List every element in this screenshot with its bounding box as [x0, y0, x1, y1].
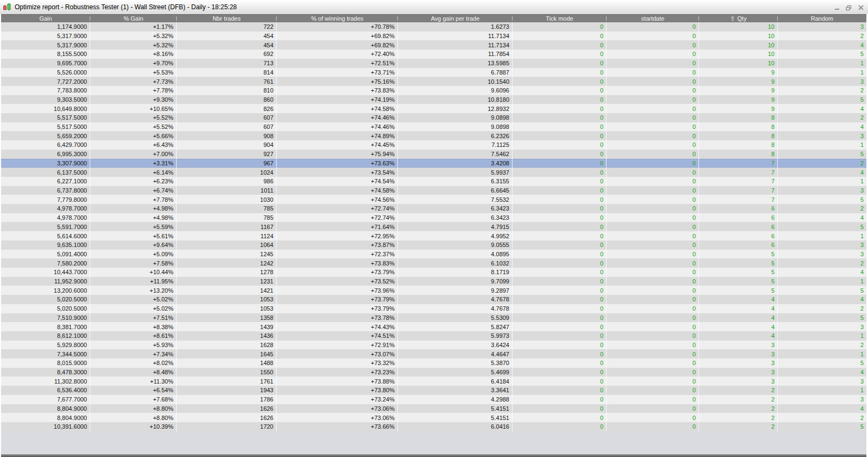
cell-avg-gain[interactable]: 6.2326	[398, 131, 513, 140]
cell-startdate[interactable]: 0	[607, 150, 699, 159]
cell-nbr-trades[interactable]: 860	[177, 95, 277, 104]
cell-pct-winning[interactable]: +72.95%	[277, 231, 398, 240]
cell-gain[interactable]: 5,091.4000	[1, 250, 90, 259]
cell-startdate[interactable]: 0	[607, 268, 699, 277]
table-row[interactable]: 5,317.9000+5.32%454+69.82%11.713400102	[1, 32, 866, 41]
cell-random[interactable]: 2	[778, 113, 866, 122]
cell-pct-winning[interactable]: +73.52%	[277, 277, 398, 286]
cell-tick-mode[interactable]: 0	[513, 268, 607, 277]
cell-qty[interactable]: 3	[699, 349, 778, 359]
cell-pct-gain[interactable]: +6.74%	[90, 186, 177, 195]
cell-random[interactable]: 3	[778, 240, 866, 250]
cell-random[interactable]: 2	[778, 159, 866, 168]
cell-pct-gain[interactable]: +5.32%	[90, 32, 177, 41]
table-row[interactable]: 8,612.1000+8.61%1436+74.51%5.99730041	[1, 331, 866, 341]
cell-startdate[interactable]: 0	[607, 68, 699, 77]
cell-startdate[interactable]: 0	[607, 95, 699, 104]
table-row[interactable]: 3,307.9000+3.31%967+73.63%3.42080072	[1, 159, 866, 168]
table-row[interactable]: 10,391.6000+10.39%1720+73.66%6.04160025	[1, 422, 866, 431]
cell-random[interactable]: 3	[778, 322, 866, 331]
cell-random[interactable]: 5	[778, 195, 866, 204]
cell-nbr-trades[interactable]: 1167	[177, 222, 277, 231]
table-row[interactable]: 7,727.2000+7.73%761+75.16%10.15400093	[1, 77, 866, 86]
cell-startdate[interactable]: 0	[607, 186, 699, 195]
cell-pct-gain[interactable]: +7.58%	[90, 258, 177, 268]
cell-gain[interactable]: 3,307.9000	[1, 159, 90, 168]
cell-qty[interactable]: 5	[699, 286, 778, 295]
cell-random[interactable]: 3	[778, 186, 866, 195]
cell-avg-gain[interactable]: 7.5532	[398, 195, 513, 204]
cell-random[interactable]: 1	[778, 386, 866, 395]
cell-pct-winning[interactable]: +73.79%	[277, 295, 398, 304]
cell-avg-gain[interactable]: 4.0895	[398, 250, 513, 259]
cell-pct-gain[interactable]: +9.30%	[90, 95, 177, 104]
cell-gain[interactable]: 7,344.5000	[1, 349, 90, 359]
cell-random[interactable]: 4	[778, 40, 866, 50]
cell-gain[interactable]: 8,804.9000	[1, 413, 90, 422]
cell-gain[interactable]: 8,015.9000	[1, 359, 90, 368]
cell-avg-gain[interactable]: 11.7134	[398, 40, 513, 50]
cell-random[interactable]: 3	[778, 77, 866, 86]
cell-nbr-trades[interactable]: 1358	[177, 313, 277, 323]
column-header-nbr-trades[interactable]: Nbr trades	[177, 15, 277, 22]
cell-nbr-trades[interactable]: 1231	[177, 277, 277, 286]
cell-random[interactable]: 4	[778, 122, 866, 132]
cell-startdate[interactable]: 0	[607, 250, 699, 259]
cell-avg-gain[interactable]: 5.3870	[398, 359, 513, 368]
cell-tick-mode[interactable]: 0	[513, 204, 607, 213]
cell-tick-mode[interactable]: 0	[513, 386, 607, 395]
cell-tick-mode[interactable]: 0	[513, 395, 607, 404]
cell-qty[interactable]: 2	[699, 422, 778, 431]
cell-tick-mode[interactable]: 0	[513, 322, 607, 331]
cell-gain[interactable]: 4,978.7000	[1, 213, 90, 223]
cell-startdate[interactable]: 0	[607, 386, 699, 395]
cell-avg-gain[interactable]: 6.7887	[398, 68, 513, 77]
cell-qty[interactable]: 6	[699, 204, 778, 213]
cell-nbr-trades[interactable]: 1550	[177, 368, 277, 377]
cell-qty[interactable]: 7	[699, 168, 778, 177]
cell-qty[interactable]: 5	[699, 250, 778, 259]
cell-tick-mode[interactable]: 0	[513, 240, 607, 250]
column-header-gain[interactable]: Gain	[1, 15, 90, 22]
column-header-avg-gain[interactable]: Avg gain per trade	[398, 15, 513, 22]
cell-tick-mode[interactable]: 0	[513, 376, 607, 386]
cell-avg-gain[interactable]: 6.4184	[398, 376, 513, 386]
cell-avg-gain[interactable]: 9.0898	[398, 113, 513, 122]
cell-avg-gain[interactable]: 5.9973	[398, 331, 513, 341]
cell-avg-gain[interactable]: 13.5985	[398, 59, 513, 68]
cell-startdate[interactable]: 0	[607, 349, 699, 359]
cell-pct-winning[interactable]: +73.78%	[277, 313, 398, 323]
cell-gain[interactable]: 8,804.9000	[1, 404, 90, 413]
cell-avg-gain[interactable]: 6.6645	[398, 186, 513, 195]
cell-pct-winning[interactable]: +72.40%	[277, 50, 398, 59]
cell-pct-winning[interactable]: +71.64%	[277, 222, 398, 231]
cell-pct-winning[interactable]: +73.83%	[277, 86, 398, 95]
cell-tick-mode[interactable]: 0	[513, 313, 607, 323]
cell-qty[interactable]: 7	[699, 177, 778, 186]
cell-pct-gain[interactable]: +3.31%	[90, 159, 177, 168]
cell-startdate[interactable]: 0	[607, 395, 699, 404]
table-row[interactable]: 5,929.8000+5.93%1628+72.91%3.64240032	[1, 341, 866, 350]
table-row[interactable]: 5,659.2000+5.66%908+74.89%6.23260083	[1, 131, 866, 140]
cell-tick-mode[interactable]: 0	[513, 77, 607, 86]
table-row[interactable]: 6,429.7000+6.43%904+74.45%7.11250081	[1, 140, 866, 150]
cell-pct-gain[interactable]: +5.32%	[90, 40, 177, 50]
cell-pct-winning[interactable]: +73.79%	[277, 304, 398, 313]
cell-gain[interactable]: 10,391.6000	[1, 422, 90, 431]
cell-tick-mode[interactable]: 0	[513, 331, 607, 341]
cell-nbr-trades[interactable]: 607	[177, 113, 277, 122]
cell-random[interactable]: 2	[778, 413, 866, 422]
cell-nbr-trades[interactable]: 785	[177, 204, 277, 213]
cell-pct-winning[interactable]: +74.43%	[277, 322, 398, 331]
cell-startdate[interactable]: 0	[607, 159, 699, 168]
cell-avg-gain[interactable]: 9.6096	[398, 86, 513, 95]
cell-tick-mode[interactable]: 0	[513, 413, 607, 422]
cell-qty[interactable]: 9	[699, 95, 778, 104]
cell-tick-mode[interactable]: 0	[513, 50, 607, 59]
cell-pct-gain[interactable]: +5.02%	[90, 304, 177, 313]
cell-startdate[interactable]: 0	[607, 140, 699, 150]
cell-startdate[interactable]: 0	[607, 304, 699, 313]
cell-pct-winning[interactable]: +74.45%	[277, 140, 398, 150]
table-row[interactable]: 5,020.5000+5.02%1053+73.79%4.76780042	[1, 304, 866, 313]
cell-pct-gain[interactable]: +5.52%	[90, 122, 177, 132]
